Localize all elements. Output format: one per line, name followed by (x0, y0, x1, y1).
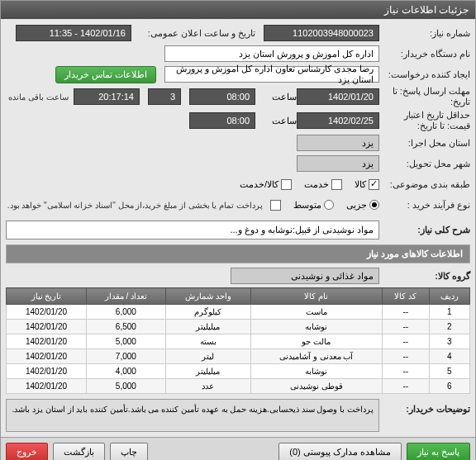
table-row[interactable]: 3--مالت جوبسته5,0001402/01/20 (7, 334, 470, 349)
table-cell: 1 (429, 305, 469, 320)
deadline-date: 1402/01/20 (297, 88, 379, 105)
process-label: نوع فرآیند خرید : (379, 200, 470, 211)
remaining-time: 20:17:14 (74, 88, 140, 105)
validity-date: 1402/02/25 (297, 112, 379, 129)
need-number-field: 1102003948000023 (264, 25, 379, 41)
validity-label: حداقل تاریخ اعتبار قیمت: تا تاریخ: (379, 110, 470, 131)
table-cell: 3 (429, 334, 469, 349)
time-label-1: ساعت (255, 92, 297, 102)
announce-label: تاریخ و ساعت اعلان عمومی: (131, 28, 255, 39)
buyer-notes-row: توضیحات خریدار: پرداخت با وصول سند ذیحسا… (6, 399, 470, 432)
radio-minor[interactable] (369, 200, 379, 210)
back-button[interactable]: بازگشت (53, 443, 105, 460)
city-deliver-label: شهر محل تحویل: (379, 159, 470, 169)
table-row[interactable]: 4--آب معدنی و آشامیدنیلیتر7,0001402/01/2… (7, 349, 470, 364)
table-header: کد کالا (382, 288, 429, 305)
table-cell: 5,000 (86, 379, 165, 394)
desc-text: مواد نوشیدنی از قبیل:نوشابه و دوغ و... (6, 221, 379, 239)
table-cell: بسته (165, 334, 250, 349)
remaining-label: ساعت باقی مانده (8, 92, 69, 102)
creator-value: رضا مجدی کارشناس تعاون اداره کل اموزش و … (164, 66, 379, 83)
proc-medium-label: متوسط (293, 200, 321, 211)
category-group: کالا خدمت کالا/خدمت (240, 179, 379, 190)
org-value: اداره کل اموزش و پرورش استان یزد (164, 45, 379, 62)
table-cell: -- (382, 349, 429, 364)
desc-label: شرح کلی نیاز: (379, 225, 470, 235)
table-row[interactable]: 1--ماستکیلوگرم6,0001402/01/20 (7, 305, 470, 320)
content-area: شماره نیاز: 1102003948000023 تاریخ و ساع… (1, 19, 475, 437)
checkbox-treasury[interactable] (270, 200, 281, 211)
buyer-notes-label: توضیحات خریدار: (379, 399, 470, 432)
exit-button[interactable]: خروج (6, 443, 48, 460)
table-cell: 5 (429, 364, 469, 379)
table-header: تاریخ نیاز (7, 288, 87, 305)
table-cell: لیتر (165, 349, 250, 364)
footer-bar: پاسخ به نیاز مشاهده مدارک پیوستی (0) چاپ… (1, 437, 475, 460)
table-cell: قوطی نوشیدنی (250, 379, 382, 394)
table-cell: 4 (429, 349, 469, 364)
table-cell: 1402/01/20 (7, 379, 87, 394)
table-cell: 4,000 (86, 364, 165, 379)
table-cell: نوشابه (250, 320, 382, 334)
checkbox-service[interactable] (331, 179, 342, 190)
org-label: نام دستگاه خریدار: (379, 49, 470, 59)
group-label: گروه کالا: (379, 271, 470, 282)
deadline-time: 08:00 (189, 88, 255, 105)
table-cell: 7,000 (86, 349, 165, 364)
deadline-label: مهلت ارسال پاسخ: تا تاریخ: (379, 86, 470, 107)
cat-gs-label: کالا/خدمت (240, 179, 278, 190)
validity-time: 08:00 (189, 112, 255, 129)
category-label: طبقه بندی موضوعی: (379, 179, 470, 190)
goods-section-header: اطلاعات کالاهای مورد نیاز (6, 244, 470, 263)
cat-service-label: خدمت (304, 179, 329, 190)
table-cell: کیلوگرم (165, 305, 250, 320)
proc-minor-label: جزیی (346, 200, 367, 211)
buyer-notes-text: پرداخت با وصول سند ذیحسابی.هزینه حمل به … (6, 399, 379, 432)
table-cell: -- (382, 320, 429, 334)
city-exec: یزد (297, 135, 379, 151)
table-header: نام کالا (250, 288, 382, 305)
table-cell: 1402/01/20 (7, 305, 87, 320)
table-cell: 2 (429, 320, 469, 334)
table-header: تعداد / مقدار (86, 288, 165, 305)
table-cell: 1402/01/20 (7, 320, 87, 334)
checkbox-goods-service[interactable] (281, 179, 292, 190)
table-cell: نوشابه (250, 364, 382, 379)
checkbox-goods[interactable] (369, 179, 379, 190)
contact-info-button[interactable]: اطلاعات تماس خریدار (55, 66, 156, 83)
deadline-days: 3 (148, 88, 181, 105)
table-cell: 1402/01/20 (7, 334, 87, 349)
proc-note: پرداخت تمام یا بخشی از مبلغ خرید،از محل … (7, 201, 263, 210)
table-cell: مالت جو (250, 334, 382, 349)
table-cell: 6 (429, 379, 469, 394)
table-cell: -- (382, 305, 429, 320)
table-cell: 5,000 (86, 334, 165, 349)
table-cell: ماست (250, 305, 382, 320)
cat-goods-label: کالا (355, 179, 366, 190)
table-cell: 6,500 (86, 320, 165, 334)
table-cell: میلیلیتر (165, 364, 250, 379)
respond-button[interactable]: پاسخ به نیاز (407, 443, 470, 460)
table-cell: -- (382, 334, 429, 349)
attachments-button[interactable]: مشاهده مدارک پیوستی (0) (278, 443, 402, 460)
window-titlebar: جزئیات اطلاعات نیاز (1, 1, 475, 19)
table-row[interactable]: 5--نوشابهمیلیلیتر4,0001402/01/20 (7, 364, 470, 379)
city-exec-label: استان محل اجرا: (379, 138, 470, 149)
table-row[interactable]: 2--نوشابهمیلیلیتر6,5001402/01/20 (7, 320, 470, 334)
creator-label: ایجاد کننده درخواست: (379, 69, 470, 80)
table-cell: میلیلیتر (165, 320, 250, 334)
table-cell: آب معدنی و آشامیدنی (250, 349, 382, 364)
need-number-label: شماره نیاز: (379, 28, 470, 39)
announce-value: 1402/01/16 - 11:35 (16, 25, 131, 41)
radio-medium[interactable] (324, 200, 334, 210)
city-deliver: یزد (297, 155, 379, 172)
time-label-2: ساعت (255, 116, 297, 126)
table-header: ردیف (429, 288, 469, 305)
table-cell: 1402/01/20 (7, 349, 87, 364)
table-row[interactable]: 6--قوطی نوشیدنیعدد5,0001402/01/20 (7, 379, 470, 394)
table-header: واحد شمارش (165, 288, 250, 305)
print-button[interactable]: چاپ (110, 443, 148, 460)
process-group: جزیی متوسط پرداخت تمام یا بخشی از مبلغ خ… (7, 200, 379, 211)
table-cell: -- (382, 379, 429, 394)
group-value: مواد غذائی و نوشیدنی (231, 268, 379, 284)
